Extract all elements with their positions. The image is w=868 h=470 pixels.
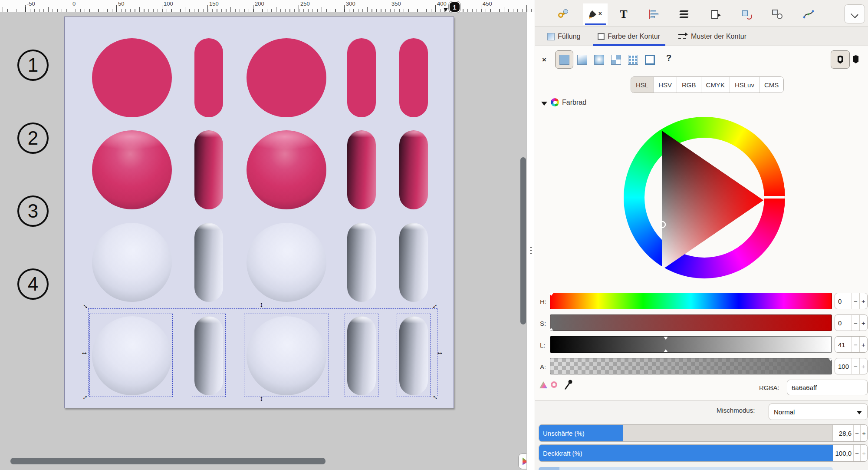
dock-collapse-button[interactable]	[844, 4, 865, 23]
paint-radial-gradient-button[interactable]	[594, 55, 604, 65]
horizontal-scrollbar-thumb[interactable]	[10, 458, 326, 464]
opacity-slider[interactable]: Deckkraft (%) 100,0 − +	[539, 444, 868, 462]
colorspace-rgb[interactable]: RGB	[677, 77, 701, 93]
gamut-outline-button[interactable]	[831, 50, 850, 69]
tab-objects[interactable]	[765, 3, 789, 25]
scale-handle-s[interactable]: ↕	[260, 396, 263, 402]
tab-export[interactable]	[703, 3, 727, 25]
colorspace-cms[interactable]: CMS	[759, 77, 783, 93]
ellipse-shaded-gray[interactable]	[247, 223, 326, 302]
colorspace-cmyk[interactable]: CMYK	[701, 77, 730, 93]
tab-text[interactable]: T	[612, 3, 636, 25]
blur-decrement[interactable]: −	[853, 425, 860, 441]
saturation-decrement[interactable]: −	[852, 315, 859, 331]
gamut-triangle-icon[interactable]	[539, 381, 547, 388]
canvas-number-badge-2[interactable]: 2	[17, 122, 49, 154]
ellipse-flat[interactable]	[247, 38, 326, 117]
saturation-slider[interactable]	[550, 314, 832, 331]
hue-value[interactable]: 0	[835, 293, 852, 309]
opacity-increment[interactable]: +	[860, 445, 867, 461]
ruler-label: 200	[255, 0, 264, 7]
opacity-decrement[interactable]: −	[853, 445, 860, 461]
selection-item-box	[192, 314, 226, 397]
pill-shaded-pink[interactable]	[347, 130, 376, 209]
subtab-stroke-style[interactable]: Muster der Kontur	[678, 27, 746, 46]
pill-flat[interactable]	[399, 38, 428, 117]
saturation-lightness-triangle[interactable]	[660, 128, 765, 272]
blur-value[interactable]: 28,6	[833, 425, 853, 441]
paint-linear-gradient-button[interactable]	[577, 55, 587, 65]
pill-shaded-gray[interactable]	[399, 223, 428, 302]
paint-swatch-button[interactable]	[645, 55, 655, 65]
lightness-increment[interactable]: +	[859, 337, 867, 352]
pill-shaded-gray[interactable]	[347, 223, 376, 302]
subtab-stroke-color[interactable]: Farbe der Kontur	[598, 27, 660, 46]
tab-object-properties[interactable]	[551, 3, 575, 25]
tab-align[interactable]	[642, 3, 666, 25]
hue-slider[interactable]	[550, 293, 832, 309]
scale-handle-n[interactable]: ↕	[260, 302, 263, 308]
opacity-value[interactable]: 100,0	[833, 445, 853, 461]
ellipse-shaded-pink[interactable]	[247, 130, 326, 209]
lightness-decrement[interactable]: −	[852, 337, 859, 352]
panel-splitter[interactable]	[526, 12, 535, 470]
colorspace-hsl[interactable]: HSL	[631, 77, 653, 93]
tab-path-effects[interactable]	[796, 3, 821, 25]
pill-shaded-gray[interactable]	[194, 223, 223, 302]
hue-decrement[interactable]: −	[852, 293, 859, 309]
splitter-grip	[530, 247, 532, 248]
blur-increment[interactable]: +	[860, 425, 867, 441]
gamut-filled-button[interactable]	[852, 55, 859, 63]
ellipse-shaded-pink[interactable]	[92, 130, 172, 209]
subtab-stroke-style-label: Muster der Kontur	[691, 33, 746, 40]
paint-mesh-button[interactable]	[628, 55, 638, 65]
canvas-number-badge-1[interactable]: 1	[17, 50, 49, 81]
pill-flat[interactable]	[347, 38, 376, 117]
tab-text-and-font[interactable]	[672, 3, 697, 25]
paint-pattern-button[interactable]	[611, 55, 621, 65]
transform-icon	[742, 9, 752, 20]
saturation-increment[interactable]: +	[859, 315, 867, 331]
style-bottom-bar: Mischmodus: Normal Unschärfe (%) 28,6 − …	[535, 400, 868, 470]
subtab-fill[interactable]: Füllung	[547, 27, 580, 46]
blend-mode-dropdown[interactable]: Normal	[769, 404, 868, 420]
ellipse-shaded-gray[interactable]	[92, 223, 172, 302]
pill-flat[interactable]	[194, 38, 223, 117]
lightness-slider-marker	[664, 337, 668, 340]
tab-fill-and-stroke[interactable]: ×	[583, 3, 608, 25]
tab-transform[interactable]	[735, 3, 759, 25]
pill-shaded-pink[interactable]	[194, 130, 223, 209]
blur-slider[interactable]: Unschärfe (%) 28,6 − +	[539, 424, 868, 442]
lightness-slider[interactable]	[550, 336, 832, 353]
pill-shaded-pink[interactable]	[399, 130, 428, 209]
canvas-number-badge-3[interactable]: 3	[17, 195, 49, 227]
alpha-slider[interactable]	[550, 358, 832, 374]
lightness-value[interactable]: 41	[835, 337, 852, 352]
hue-slider-marker	[549, 293, 553, 296]
rgba-input[interactable]: 6a6a6aff	[787, 380, 868, 395]
flat-color-icon	[559, 55, 569, 65]
saturation-value[interactable]: 0	[835, 315, 852, 331]
alpha-value[interactable]: 100	[835, 358, 852, 374]
paint-flat-button[interactable]	[555, 50, 573, 69]
paint-none-button[interactable]: ×	[542, 56, 546, 64]
colorspace-hsv[interactable]: HSV	[653, 77, 677, 93]
alpha-increment[interactable]: +	[859, 358, 867, 374]
pink-ring-icon[interactable]	[551, 381, 557, 388]
colorspace-hsluv[interactable]: HSLuv	[730, 77, 759, 93]
hue-increment[interactable]: +	[859, 293, 867, 309]
dock-tab-bar: × T	[535, 0, 868, 27]
ruler-label: 150	[209, 0, 219, 7]
paint-unknown-button[interactable]: ?	[666, 53, 671, 63]
vertical-scrollbar-thumb[interactable]	[520, 157, 526, 324]
alpha-label: A:	[540, 363, 550, 371]
scale-handle-e[interactable]: ↔	[436, 349, 444, 355]
ellipse-flat[interactable]	[92, 38, 172, 117]
alpha-decrement[interactable]: −	[852, 358, 859, 374]
canvas-number-badge-4[interactable]: 4	[17, 268, 49, 300]
scale-handle-w[interactable]: ↔	[81, 349, 88, 355]
eyedropper-icon[interactable]	[564, 379, 573, 390]
page-number-badge[interactable]: 1	[449, 1, 460, 13]
wheel-expander[interactable]	[541, 102, 547, 106]
stroke-color-icon	[598, 33, 605, 40]
